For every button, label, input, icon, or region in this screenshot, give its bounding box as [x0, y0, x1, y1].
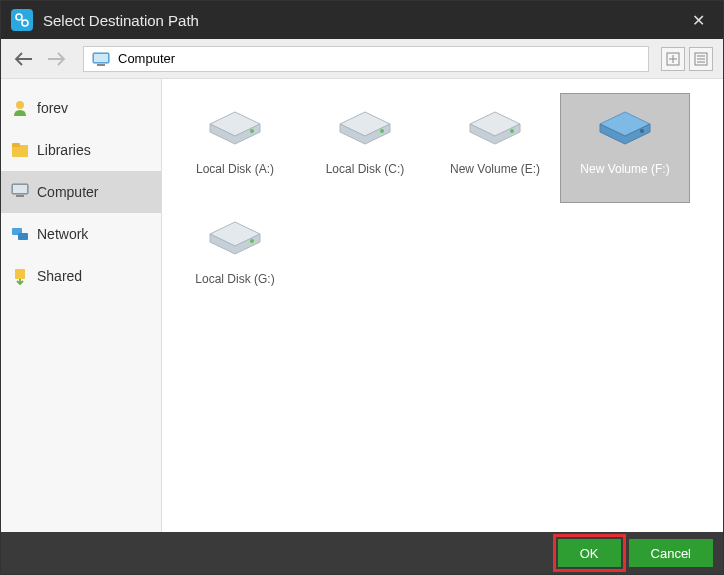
- disk-icon: [206, 104, 264, 146]
- breadcrumb[interactable]: Computer: [83, 46, 649, 72]
- drive-item[interactable]: New Volume (E:): [430, 93, 560, 203]
- drive-label: New Volume (E:): [450, 162, 540, 176]
- sidebar-item-libraries[interactable]: Libraries: [1, 129, 161, 171]
- disk-icon: [206, 214, 264, 256]
- drive-list: Local Disk (A:) Local Disk (C:) New Volu…: [162, 79, 723, 532]
- forward-button[interactable]: [43, 46, 69, 72]
- libraries-icon: [11, 141, 29, 159]
- toolbar: Computer: [1, 39, 723, 79]
- svg-point-26: [640, 129, 644, 133]
- svg-point-24: [380, 129, 384, 133]
- sidebar-item-label: Computer: [37, 184, 98, 200]
- drive-label: Local Disk (A:): [196, 162, 274, 176]
- disk-icon: [596, 104, 654, 146]
- close-icon[interactable]: ✕: [684, 7, 713, 34]
- svg-point-14: [16, 101, 24, 109]
- svg-point-23: [250, 129, 254, 133]
- drive-item[interactable]: Local Disk (A:): [170, 93, 300, 203]
- breadcrumb-label: Computer: [118, 51, 175, 66]
- cancel-button[interactable]: Cancel: [629, 539, 713, 567]
- ok-button[interactable]: OK: [558, 539, 621, 567]
- window-title: Select Destination Path: [43, 12, 684, 29]
- sidebar-item-label: Libraries: [37, 142, 91, 158]
- sidebar-item-label: forev: [37, 100, 68, 116]
- sidebar-item-label: Network: [37, 226, 88, 242]
- svg-rect-22: [15, 269, 25, 279]
- drive-item[interactable]: New Volume (F:): [560, 93, 690, 203]
- computer-icon: [11, 183, 29, 201]
- shared-icon: [11, 267, 29, 285]
- computer-icon: [92, 52, 110, 66]
- drive-label: Local Disk (G:): [195, 272, 274, 286]
- content-area: forev Libraries Computer Network Shared …: [1, 79, 723, 532]
- svg-rect-19: [16, 195, 24, 197]
- footer: OK Cancel: [1, 532, 723, 574]
- sidebar-item-shared[interactable]: Shared: [1, 255, 161, 297]
- svg-point-25: [510, 129, 514, 133]
- drive-label: Local Disk (C:): [326, 162, 405, 176]
- titlebar: Select Destination Path ✕: [1, 1, 723, 39]
- back-button[interactable]: [11, 46, 37, 72]
- sidebar-item-computer[interactable]: Computer: [1, 171, 161, 213]
- sidebar-item-network[interactable]: Network: [1, 213, 161, 255]
- svg-rect-6: [97, 64, 105, 66]
- disk-icon: [466, 104, 524, 146]
- svg-point-27: [250, 239, 254, 243]
- drive-item[interactable]: Local Disk (G:): [170, 203, 300, 313]
- view-list-button[interactable]: [689, 47, 713, 71]
- new-folder-button[interactable]: [661, 47, 685, 71]
- disk-icon: [336, 104, 394, 146]
- svg-rect-16: [12, 143, 20, 147]
- svg-rect-21: [18, 233, 28, 240]
- sidebar: forev Libraries Computer Network Shared: [1, 79, 162, 532]
- svg-rect-18: [13, 185, 27, 193]
- drive-item[interactable]: Local Disk (C:): [300, 93, 430, 203]
- app-icon: [11, 9, 33, 31]
- user-icon: [11, 99, 29, 117]
- drive-label: New Volume (F:): [580, 162, 669, 176]
- svg-rect-5: [94, 54, 108, 62]
- sidebar-item-label: Shared: [37, 268, 82, 284]
- sidebar-item-user[interactable]: forev: [1, 87, 161, 129]
- network-icon: [11, 225, 29, 243]
